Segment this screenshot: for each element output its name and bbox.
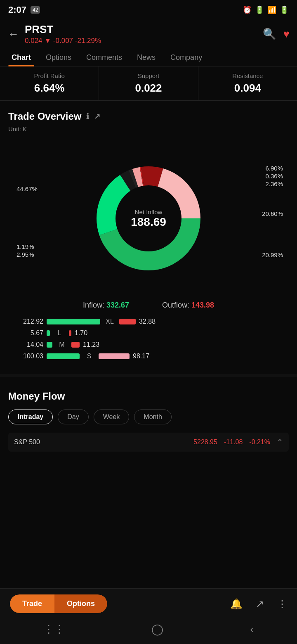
bottom-bar: Trade Options 🔔 ↗ ⋮ ⋮⋮ ◯ ‹: [0, 588, 297, 644]
bar-right-s: [99, 353, 130, 359]
period-month[interactable]: Month: [134, 410, 171, 424]
bar-type-l: L: [53, 329, 66, 337]
sp500-values: 5228.95 -11.08 -0.21% ⌃: [193, 438, 283, 447]
bar-left-s: [47, 353, 80, 359]
bar-left-val-l: 5.67: [12, 329, 43, 337]
options-button[interactable]: Options: [54, 594, 107, 613]
period-week[interactable]: Week: [94, 410, 130, 424]
bar-left-xl: [47, 319, 100, 324]
tab-options[interactable]: Options: [38, 49, 79, 66]
inflow-item: Inflow: 332.67: [83, 301, 129, 310]
tab-comments[interactable]: Comments: [79, 49, 130, 66]
bar-type-m: M: [56, 341, 68, 348]
trade-overview-section: Trade Overview ℹ ↗ Unit: K 44.67% 1.19% …: [0, 101, 297, 371]
current-price: 0.024: [25, 37, 42, 45]
outflow-label: Outflow:: [162, 301, 191, 309]
tab-chart[interactable]: Chart: [4, 49, 38, 66]
info-icon[interactable]: ℹ: [86, 112, 89, 121]
battery-icon: 🔋: [280, 5, 289, 14]
period-day[interactable]: Day: [58, 410, 88, 424]
donut-chart-container: 44.67% 1.19% 2.95% Net Inflow 188.69: [8, 140, 289, 297]
table-row: 100.03 S 98.17: [12, 353, 285, 360]
price-change: -0.007: [53, 37, 73, 45]
outflow-value: 143.98: [191, 301, 214, 309]
search-icon[interactable]: 🔍: [263, 28, 276, 40]
bar-type-s: S: [83, 353, 95, 360]
donut-label-2099: 20.99%: [262, 251, 283, 258]
header: ← PRST 0.024 ▼ -0.007 -21.29% 🔍 ♥: [0, 20, 297, 49]
inflow-value: 332.67: [106, 301, 129, 309]
profit-ratio-value: 6.64%: [4, 82, 94, 95]
flow-summary: Inflow: 332.67 Outflow: 143.98: [8, 301, 289, 310]
status-time: 2:07: [8, 5, 26, 15]
table-row: 14.04 M 11.23: [12, 341, 285, 348]
period-intraday[interactable]: Intraday: [8, 410, 53, 424]
nav-menu-icon[interactable]: ⋮⋮: [43, 623, 65, 636]
notification-badge: 42: [31, 6, 40, 14]
donut-label-119: 1.19%: [16, 243, 34, 250]
donut-label-295: 2.95%: [16, 251, 34, 258]
status-icons: ⏰ 🔋 📶 🔋: [243, 5, 289, 14]
share-icon[interactable]: ↗: [94, 112, 100, 121]
bar-right-val-m: 11.23: [83, 341, 108, 348]
stats-row: Profit Ratio 6.64% Support 0.022 Resista…: [0, 66, 297, 101]
period-tabs: Intraday Day Week Month: [8, 410, 289, 424]
trade-options-group: Trade Options: [10, 594, 107, 613]
donut-label-2060: 20.60%: [262, 210, 283, 217]
sp500-bar[interactable]: S&P 500 5228.95 -11.08 -0.21% ⌃: [8, 433, 289, 452]
bar-left-val-m: 14.04: [12, 341, 43, 348]
outflow-item: Outflow: 143.98: [162, 301, 214, 310]
trade-overview-title: Trade Overview ℹ ↗: [8, 111, 289, 122]
table-row: 212.92 XL 32.88: [12, 318, 285, 325]
bars-table: 212.92 XL 32.88 5.67 L 1.70 14.04 M 11.2…: [8, 318, 289, 360]
table-row: 5.67 L 1.70: [12, 329, 285, 337]
donut-label-690: 6.90%: [265, 165, 283, 172]
resistance-value: 0.094: [203, 82, 293, 95]
chevron-up-icon: ⌃: [277, 438, 283, 447]
bar-type-xl: XL: [104, 318, 116, 325]
bar-left-l: [47, 330, 50, 336]
section-divider: [0, 374, 297, 377]
bell-icon[interactable]: 🔔: [230, 598, 243, 610]
tab-company[interactable]: Company: [163, 49, 210, 66]
inflow-label: Inflow:: [83, 301, 106, 309]
resistance-cell: Resistance 0.094: [198, 66, 297, 100]
trade-button[interactable]: Trade: [10, 594, 54, 613]
action-icons: 🔔 ↗ ⋮: [230, 598, 287, 610]
data-icon: 🔋: [255, 5, 264, 14]
nav-bar: ⋮⋮ ◯ ‹: [0, 619, 297, 644]
bar-right-val-xl: 32.88: [139, 318, 164, 325]
nav-tabs: Chart Options Comments News Company: [0, 49, 297, 66]
donut-label-036: 0.36%: [265, 173, 283, 180]
tab-news[interactable]: News: [130, 49, 163, 66]
money-flow-title: Money Flow: [8, 391, 289, 402]
profit-ratio-cell: Profit Ratio 6.64%: [0, 66, 99, 100]
sp500-pct: -0.21%: [249, 438, 270, 446]
bar-left-m: [47, 342, 52, 348]
donut-center-label: Net Inflow: [131, 208, 166, 215]
bar-right-val-s: 98.17: [133, 353, 158, 360]
bar-right-m: [71, 342, 80, 348]
signal-icon: 📶: [267, 5, 276, 14]
status-bar: 2:07 42 ⏰ 🔋 📶 🔋: [0, 0, 297, 20]
bar-left-val-s: 100.03: [12, 353, 43, 360]
favorite-icon[interactable]: ♥: [283, 28, 290, 40]
price-info: 0.024 ▼ -0.007 -21.29%: [25, 37, 101, 45]
ticker-symbol: PRST: [25, 23, 101, 36]
nav-back-icon[interactable]: ‹: [250, 623, 254, 636]
donut-center-value: 188.69: [131, 215, 166, 229]
more-icon[interactable]: ⋮: [277, 598, 287, 610]
money-flow-section: Money Flow Intraday Day Week Month S&P 5…: [0, 381, 297, 458]
support-label: Support: [103, 72, 193, 79]
alarm-icon: ⏰: [243, 5, 252, 14]
bar-right-l: [69, 330, 71, 336]
profit-ratio-label: Profit Ratio: [4, 72, 94, 79]
export-icon[interactable]: ↗: [256, 598, 264, 610]
sp500-change: -11.08: [224, 438, 243, 446]
donut-label-236: 2.36%: [265, 180, 283, 187]
price-down-icon: ▼: [44, 37, 53, 45]
donut-label-4467: 44.67%: [16, 185, 38, 192]
support-cell: Support 0.022: [99, 66, 198, 100]
nav-home-icon[interactable]: ◯: [151, 623, 163, 636]
back-button[interactable]: ←: [7, 28, 19, 41]
